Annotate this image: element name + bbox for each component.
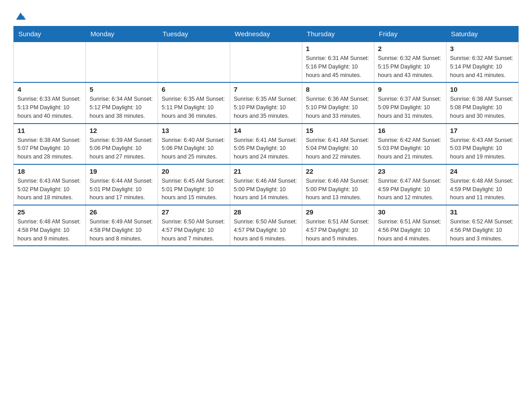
day-info: Sunrise: 6:51 AM Sunset: 4:56 PM Dayligh… xyxy=(378,218,442,243)
calendar-cell: 13Sunrise: 6:40 AM Sunset: 5:06 PM Dayli… xyxy=(158,124,230,164)
day-number: 8 xyxy=(306,86,370,93)
day-number: 6 xyxy=(162,86,226,93)
calendar-cell: 29Sunrise: 6:51 AM Sunset: 4:57 PM Dayli… xyxy=(302,205,374,246)
day-info: Sunrise: 6:31 AM Sunset: 5:16 PM Dayligh… xyxy=(306,54,370,79)
calendar-cell: 5Sunrise: 6:34 AM Sunset: 5:12 PM Daylig… xyxy=(86,82,158,123)
calendar-cell: 22Sunrise: 6:46 AM Sunset: 5:00 PM Dayli… xyxy=(302,164,374,205)
calendar-week-row: 4Sunrise: 6:33 AM Sunset: 5:13 PM Daylig… xyxy=(14,82,519,123)
day-number: 19 xyxy=(90,167,154,175)
calendar-cell: 10Sunrise: 6:38 AM Sunset: 5:08 PM Dayli… xyxy=(446,82,519,123)
calendar-cell: 28Sunrise: 6:50 AM Sunset: 4:57 PM Dayli… xyxy=(230,205,302,246)
day-info: Sunrise: 6:37 AM Sunset: 5:09 PM Dayligh… xyxy=(378,95,442,120)
day-info: Sunrise: 6:36 AM Sunset: 5:10 PM Dayligh… xyxy=(306,95,370,120)
day-info: Sunrise: 6:41 AM Sunset: 5:05 PM Dayligh… xyxy=(234,136,298,161)
day-number: 16 xyxy=(378,127,442,134)
calendar-week-row: 1Sunrise: 6:31 AM Sunset: 5:16 PM Daylig… xyxy=(14,42,519,82)
calendar-cell: 6Sunrise: 6:35 AM Sunset: 5:11 PM Daylig… xyxy=(158,82,230,123)
day-info: Sunrise: 6:48 AM Sunset: 4:58 PM Dayligh… xyxy=(17,218,82,243)
day-number: 10 xyxy=(450,86,515,93)
day-header-saturday: Saturday xyxy=(446,26,519,42)
day-number: 24 xyxy=(450,167,515,175)
day-info: Sunrise: 6:42 AM Sunset: 5:03 PM Dayligh… xyxy=(378,136,442,161)
day-info: Sunrise: 6:38 AM Sunset: 5:08 PM Dayligh… xyxy=(450,95,515,120)
calendar-table: SundayMondayTuesdayWednesdayThursdayFrid… xyxy=(13,26,519,246)
day-info: Sunrise: 6:45 AM Sunset: 5:01 PM Dayligh… xyxy=(162,177,226,202)
calendar-cell: 3Sunrise: 6:32 AM Sunset: 5:14 PM Daylig… xyxy=(446,42,519,82)
calendar-week-row: 25Sunrise: 6:48 AM Sunset: 4:58 PM Dayli… xyxy=(14,205,519,246)
calendar-cell xyxy=(230,42,302,82)
day-number: 18 xyxy=(17,167,82,175)
calendar-cell: 15Sunrise: 6:41 AM Sunset: 5:04 PM Dayli… xyxy=(302,124,374,164)
day-info: Sunrise: 6:43 AM Sunset: 5:03 PM Dayligh… xyxy=(450,136,515,161)
calendar-week-row: 11Sunrise: 6:38 AM Sunset: 5:07 PM Dayli… xyxy=(14,124,519,164)
day-number: 21 xyxy=(234,167,298,175)
day-header-thursday: Thursday xyxy=(302,26,374,42)
calendar-cell: 31Sunrise: 6:52 AM Sunset: 4:56 PM Dayli… xyxy=(446,205,519,246)
calendar-cell xyxy=(158,42,230,82)
day-number: 9 xyxy=(378,86,442,93)
calendar-cell xyxy=(86,42,158,82)
day-info: Sunrise: 6:35 AM Sunset: 5:10 PM Dayligh… xyxy=(234,95,298,120)
day-number: 15 xyxy=(306,127,370,134)
calendar-cell: 18Sunrise: 6:43 AM Sunset: 5:02 PM Dayli… xyxy=(14,164,86,205)
day-info: Sunrise: 6:35 AM Sunset: 5:11 PM Dayligh… xyxy=(162,95,226,120)
day-info: Sunrise: 6:46 AM Sunset: 5:00 PM Dayligh… xyxy=(234,177,298,202)
day-number: 28 xyxy=(234,208,298,216)
calendar-cell: 1Sunrise: 6:31 AM Sunset: 5:16 PM Daylig… xyxy=(302,42,374,82)
day-info: Sunrise: 6:52 AM Sunset: 4:56 PM Dayligh… xyxy=(450,218,515,243)
day-number: 26 xyxy=(90,208,154,216)
day-info: Sunrise: 6:39 AM Sunset: 5:06 PM Dayligh… xyxy=(90,136,154,161)
calendar-cell: 17Sunrise: 6:43 AM Sunset: 5:03 PM Dayli… xyxy=(446,124,519,164)
day-header-sunday: Sunday xyxy=(14,26,86,42)
day-number: 2 xyxy=(378,45,442,52)
calendar-cell: 2Sunrise: 6:32 AM Sunset: 5:15 PM Daylig… xyxy=(374,42,446,82)
calendar-cell: 24Sunrise: 6:48 AM Sunset: 4:59 PM Dayli… xyxy=(446,164,519,205)
day-number: 20 xyxy=(162,167,226,175)
calendar-cell xyxy=(14,42,86,82)
logo xyxy=(13,9,27,21)
calendar-cell: 8Sunrise: 6:36 AM Sunset: 5:10 PM Daylig… xyxy=(302,82,374,123)
day-number: 29 xyxy=(306,208,370,216)
day-number: 25 xyxy=(17,208,82,216)
day-number: 11 xyxy=(17,127,82,134)
day-info: Sunrise: 6:51 AM Sunset: 4:57 PM Dayligh… xyxy=(306,218,370,243)
day-info: Sunrise: 6:32 AM Sunset: 5:14 PM Dayligh… xyxy=(450,54,515,79)
day-info: Sunrise: 6:43 AM Sunset: 5:02 PM Dayligh… xyxy=(17,177,82,202)
calendar-cell: 4Sunrise: 6:33 AM Sunset: 5:13 PM Daylig… xyxy=(14,82,86,123)
day-number: 7 xyxy=(234,86,298,93)
day-info: Sunrise: 6:48 AM Sunset: 4:59 PM Dayligh… xyxy=(450,177,515,202)
logo-icon xyxy=(14,10,27,22)
day-number: 4 xyxy=(17,86,82,93)
day-number: 31 xyxy=(450,208,515,216)
calendar-cell: 26Sunrise: 6:49 AM Sunset: 4:58 PM Dayli… xyxy=(86,205,158,246)
day-info: Sunrise: 6:44 AM Sunset: 5:01 PM Dayligh… xyxy=(90,177,154,202)
header xyxy=(13,9,519,21)
day-number: 23 xyxy=(378,167,442,175)
calendar-cell: 23Sunrise: 6:47 AM Sunset: 4:59 PM Dayli… xyxy=(374,164,446,205)
day-header-friday: Friday xyxy=(374,26,446,42)
calendar-cell: 9Sunrise: 6:37 AM Sunset: 5:09 PM Daylig… xyxy=(374,82,446,123)
day-header-monday: Monday xyxy=(86,26,158,42)
day-number: 30 xyxy=(378,208,442,216)
calendar-cell: 30Sunrise: 6:51 AM Sunset: 4:56 PM Dayli… xyxy=(374,205,446,246)
day-info: Sunrise: 6:38 AM Sunset: 5:07 PM Dayligh… xyxy=(17,136,82,161)
day-number: 5 xyxy=(90,86,154,93)
calendar-cell: 20Sunrise: 6:45 AM Sunset: 5:01 PM Dayli… xyxy=(158,164,230,205)
day-header-wednesday: Wednesday xyxy=(230,26,302,42)
day-info: Sunrise: 6:50 AM Sunset: 4:57 PM Dayligh… xyxy=(234,218,298,243)
calendar-cell: 21Sunrise: 6:46 AM Sunset: 5:00 PM Dayli… xyxy=(230,164,302,205)
calendar-cell: 14Sunrise: 6:41 AM Sunset: 5:05 PM Dayli… xyxy=(230,124,302,164)
calendar-cell: 7Sunrise: 6:35 AM Sunset: 5:10 PM Daylig… xyxy=(230,82,302,123)
calendar-cell: 25Sunrise: 6:48 AM Sunset: 4:58 PM Dayli… xyxy=(14,205,86,246)
calendar-header-row: SundayMondayTuesdayWednesdayThursdayFrid… xyxy=(14,26,519,42)
calendar-cell: 11Sunrise: 6:38 AM Sunset: 5:07 PM Dayli… xyxy=(14,124,86,164)
day-info: Sunrise: 6:34 AM Sunset: 5:12 PM Dayligh… xyxy=(90,95,154,120)
day-info: Sunrise: 6:32 AM Sunset: 5:15 PM Dayligh… xyxy=(378,54,442,79)
day-number: 22 xyxy=(306,167,370,175)
day-info: Sunrise: 6:47 AM Sunset: 4:59 PM Dayligh… xyxy=(378,177,442,202)
day-header-tuesday: Tuesday xyxy=(158,26,230,42)
calendar-cell: 27Sunrise: 6:50 AM Sunset: 4:57 PM Dayli… xyxy=(158,205,230,246)
calendar-cell: 12Sunrise: 6:39 AM Sunset: 5:06 PM Dayli… xyxy=(86,124,158,164)
day-number: 1 xyxy=(306,45,370,52)
day-number: 12 xyxy=(90,127,154,134)
